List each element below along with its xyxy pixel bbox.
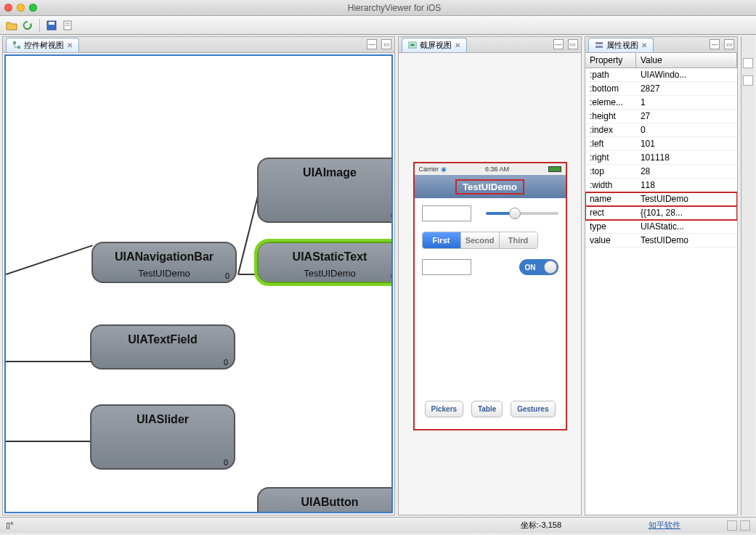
property-value: 27 [636, 110, 737, 123]
property-row[interactable]: :left101 [585, 137, 737, 151]
property-row[interactable]: :pathUIAWindo... [585, 68, 737, 82]
document-button[interactable] [60, 18, 75, 33]
sidebar-tool-2[interactable] [743, 75, 753, 86]
segment-second[interactable]: Second [461, 232, 500, 248]
tree-node-sl[interactable]: UIASlider0 [90, 404, 235, 470]
property-row[interactable]: :top28 [585, 165, 737, 179]
properties-tab[interactable]: 属性视图 ✕ [588, 38, 654, 52]
close-icon[interactable]: ✕ [455, 41, 460, 49]
button-table[interactable]: Table [471, 401, 503, 417]
time-label: 6:36 AM [485, 166, 509, 173]
screenshot-tab-label: 截屏视图 [420, 40, 452, 51]
property-value: TestUIDemo [636, 192, 737, 205]
text-field[interactable] [422, 205, 471, 221]
col-property[interactable]: Property [585, 53, 636, 68]
property-value: 101118 [636, 151, 737, 164]
property-value: 0 [636, 123, 737, 136]
status-bar-bottom: ▯° 坐标:-3,158 知平软件 [0, 517, 756, 533]
tree-canvas[interactable]: UIANavigationBarTestUIDemo0UIAImage0UIAS… [4, 54, 393, 513]
segmented-control[interactable]: FirstSecondThird [422, 232, 538, 249]
switch-knob [544, 261, 557, 274]
tree-tab-label: 控件树视图 [24, 40, 64, 51]
property-row[interactable]: :width118 [585, 179, 737, 192]
switch[interactable]: ON [519, 259, 558, 275]
tree-panel-tabbar: 控件树视图 ✕ — ▭ [3, 37, 394, 53]
segment-first[interactable]: First [423, 232, 461, 248]
close-icon[interactable]: ✕ [641, 41, 647, 49]
close-icon[interactable] [4, 4, 12, 12]
property-row[interactable]: :right101118 [585, 151, 737, 165]
button-gestures[interactable]: Gestures [511, 401, 555, 417]
property-row[interactable]: :eleme...1 [585, 96, 737, 110]
save-button[interactable] [44, 18, 59, 33]
vendor-link[interactable]: 知平软件 [649, 520, 680, 531]
tree-edge [6, 441, 92, 442]
maximize-panel-button[interactable]: ▭ [568, 39, 578, 49]
property-row[interactable]: nameTestUIDemo [585, 192, 737, 206]
screenshot-tab[interactable]: 截屏视图 ✕ [402, 38, 467, 52]
status-tool-1[interactable] [727, 520, 737, 531]
minimize-panel-button[interactable]: — [710, 39, 720, 49]
device-frame: Carrier ◉ 6:36 AM TestUIDemo [413, 162, 567, 430]
nav-title: TestUIDemo [455, 179, 524, 195]
battery-icon [548, 166, 561, 172]
property-value: 1 [636, 96, 737, 109]
tree-node-btn[interactable]: UIAButtonFirst0 [257, 487, 393, 513]
toolbar [0, 16, 756, 35]
window-controls [4, 4, 37, 12]
tree-tab[interactable]: 控件树视图 ✕ [6, 38, 79, 52]
slider-thumb[interactable] [509, 208, 521, 219]
property-row[interactable]: typeUIAStatic... [585, 220, 737, 234]
wifi-icon: ◉ [441, 166, 447, 173]
property-key: :width [585, 179, 636, 192]
minimize-panel-button[interactable]: — [367, 39, 377, 49]
status-tool-2[interactable] [740, 520, 750, 531]
open-folder-button[interactable] [4, 18, 19, 33]
property-key: rect [585, 206, 636, 219]
slider[interactable] [486, 206, 558, 221]
refresh-button[interactable] [20, 18, 35, 33]
node-subtitle: TestUIDemo [259, 268, 393, 279]
tree-node-nav[interactable]: UIANavigationBarTestUIDemo0 [92, 242, 237, 283]
property-row[interactable]: valueTestUIDemo [585, 234, 737, 248]
text-field-2[interactable] [422, 259, 471, 275]
minimize-icon[interactable] [17, 4, 25, 12]
property-key: type [585, 220, 636, 233]
tree-panel: 控件树视图 ✕ — ▭ UIANavigationBarTestUIDemo0U… [2, 36, 395, 515]
maximize-panel-button[interactable]: ▭ [724, 39, 734, 49]
tree-icon [12, 41, 21, 49]
minimize-panel-button[interactable]: — [553, 39, 564, 49]
property-row[interactable]: :index0 [585, 123, 737, 137]
property-row[interactable]: rect{{101, 28... [585, 206, 737, 220]
property-key: :height [585, 110, 636, 123]
tree-node-img[interactable]: UIAImage0 [257, 158, 393, 223]
right-sidebar [741, 36, 754, 515]
sidebar-tool-1[interactable] [743, 58, 753, 68]
property-row[interactable]: :bottom2827 [585, 82, 737, 96]
tree-node-tf[interactable]: UIATextField0 [90, 324, 235, 369]
navigation-bar: TestUIDemo [415, 175, 566, 198]
screenshot-panel-tabbar: 截屏视图 ✕ — ▭ [399, 37, 581, 53]
node-badge: 0 [225, 271, 229, 280]
svg-rect-5 [13, 41, 16, 44]
zoom-icon[interactable] [29, 4, 37, 12]
tree-node-st[interactable]: UIAStaticTextTestUIDemo0 [257, 242, 393, 283]
segment-third[interactable]: Third [500, 232, 537, 248]
node-title: UIANavigationBar [93, 250, 235, 264]
close-icon[interactable]: ✕ [67, 41, 73, 49]
main-area: 控件树视图 ✕ — ▭ UIANavigationBarTestUIDemo0U… [0, 35, 756, 517]
maximize-panel-button[interactable]: ▭ [381, 39, 391, 49]
screenshot-viewport: Carrier ◉ 6:36 AM TestUIDemo [399, 53, 581, 515]
node-badge: 0 [391, 211, 393, 220]
properties-panel-tabbar: 属性视图 ✕ — ▭ [585, 37, 737, 53]
node-title: UIATextField [92, 333, 234, 346]
property-key: value [585, 234, 636, 247]
button-pickers[interactable]: Pickers [425, 401, 464, 417]
property-row[interactable]: :height27 [585, 110, 737, 123]
properties-panel: 属性视图 ✕ — ▭ Property Value :pathUIAWindo.… [585, 36, 738, 515]
property-value: 118 [636, 179, 737, 192]
col-value[interactable]: Value [636, 53, 737, 68]
properties-table[interactable]: Property Value :pathUIAWindo...:bottom28… [585, 53, 737, 515]
tree-edge [6, 361, 92, 362]
property-key: :left [585, 137, 636, 150]
